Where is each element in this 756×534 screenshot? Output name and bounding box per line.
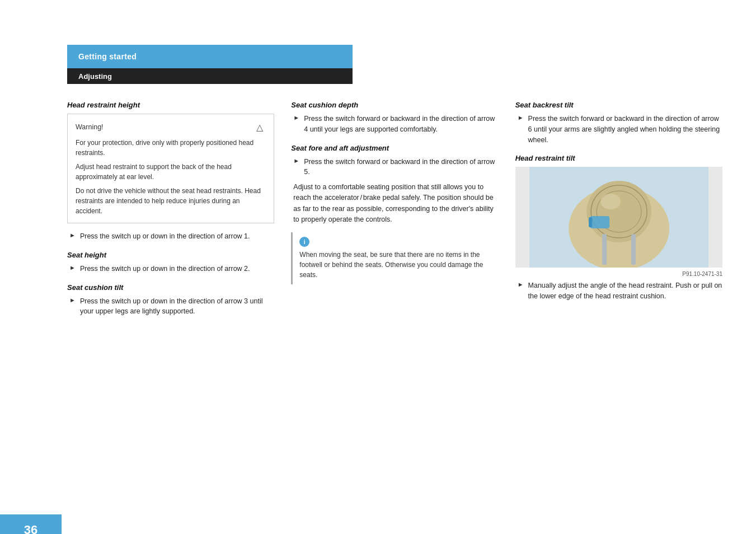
head-restraint-tilt-bullet: ► Manually adjust the angle of the head … [518,280,722,302]
seat-cushion-depth-bullet: ► Press the switch forward or backward i… [293,114,498,135]
warning-text-1: For your protection, drive only with pro… [76,138,266,158]
head-restraint-tilt-title: Head restraint tilt [515,154,722,162]
head-restraint-height-text: Press the switch up or down in the direc… [80,231,250,242]
seat-fore-aft-bullet: ► Press the switch forward or backward i… [293,157,498,178]
section-title-header: Getting started [78,52,137,61]
headrest-svg [515,167,722,268]
seat-height-title: Seat height [67,251,274,259]
svg-rect-7 [590,216,609,228]
header-bar: Getting started [67,45,353,68]
seat-height-section: Seat height ► Press the switch up or dow… [67,251,274,274]
page-number: 36 [24,523,37,535]
subheader-bar: Adjusting [67,68,353,84]
bullet-arrow-icon-3: ► [69,297,76,303]
bullet-arrow-icon: ► [69,232,76,238]
page: Getting started Adjusting Head restraint… [0,45,756,534]
column-2: Seat cushion depth ► Press the switch fo… [291,101,515,321]
seat-cushion-tilt-text: Press the switch up or down in the direc… [80,296,274,317]
svg-rect-8 [589,217,592,227]
headrest-image [515,167,722,268]
seat-fore-aft-section: Seat fore and aft adjustment ► Press the… [291,144,498,226]
subsection-title-header: Adjusting [78,72,112,81]
column-3: Seat backrest tilt ► Press the switch fo… [515,101,722,321]
info-text: When moving the seat, be sure that there… [299,250,491,280]
info-box: i When moving the seat, be sure that the… [291,232,498,284]
svg-rect-5 [602,234,607,265]
seat-fore-aft-bullet-text: Press the switch forward or backward in … [304,157,498,178]
image-caption: P91.10-2471-31 [515,271,722,277]
seat-fore-aft-title: Seat fore and aft adjustment [291,144,498,152]
seat-height-text: Press the switch up or down in the direc… [80,264,250,274]
bullet-arrow-icon-7: ► [518,281,524,288]
seat-cushion-depth-title: Seat cushion depth [291,101,498,109]
page-number-box: 36 [0,514,62,534]
warning-text-3: Do not drive the vehicle without the sea… [76,186,266,216]
seat-backrest-tilt-title: Seat backrest tilt [515,101,722,109]
seat-backrest-tilt-text: Press the switch forward or backward in … [528,114,722,145]
head-restraint-tilt-section: Head restraint tilt [515,154,722,302]
head-restraint-height-bullet: ► Press the switch up or down in the dir… [69,231,274,242]
svg-point-2 [586,181,651,242]
seat-cushion-tilt-bullet: ► Press the switch up or down in the dir… [69,296,274,317]
bullet-arrow-icon-6: ► [518,114,524,121]
warning-text-2: Adjust head restraint to support the bac… [76,162,266,182]
seat-backrest-tilt-section: Seat backrest tilt ► Press the switch fo… [515,101,722,145]
warning-header: Warning! △ [76,121,266,133]
seat-cushion-tilt-section: Seat cushion tilt ► Press the switch up … [67,283,274,317]
warning-label: Warning! [76,123,104,131]
svg-point-9 [600,194,621,209]
bullet-arrow-icon-2: ► [69,264,76,271]
head-restraint-height-section: Head restraint height Warning! △ For you… [67,101,274,242]
warning-box: Warning! △ For your protection, drive on… [67,114,274,223]
head-restraint-tilt-text: Manually adjust the angle of the head re… [528,280,722,302]
column-1: Head restraint height Warning! △ For you… [67,101,291,321]
info-icon: i [299,237,491,250]
seat-backrest-tilt-bullet: ► Press the switch forward or backward i… [518,114,722,145]
seat-cushion-tilt-title: Seat cushion tilt [67,283,274,292]
main-content: Head restraint height Warning! △ For you… [67,101,722,321]
seat-fore-aft-body: Adjust to a comfortable seating position… [293,182,498,226]
bullet-arrow-icon-5: ► [293,157,299,164]
seat-cushion-depth-text: Press the switch forward or backward in … [304,114,498,135]
seat-cushion-depth-section: Seat cushion depth ► Press the switch fo… [291,101,498,135]
head-restraint-height-title: Head restraint height [67,101,274,109]
warning-triangle-icon: △ [253,121,266,133]
svg-rect-6 [631,234,636,265]
seat-height-bullet: ► Press the switch up or down in the dir… [69,264,274,274]
bullet-arrow-icon-4: ► [293,114,299,121]
